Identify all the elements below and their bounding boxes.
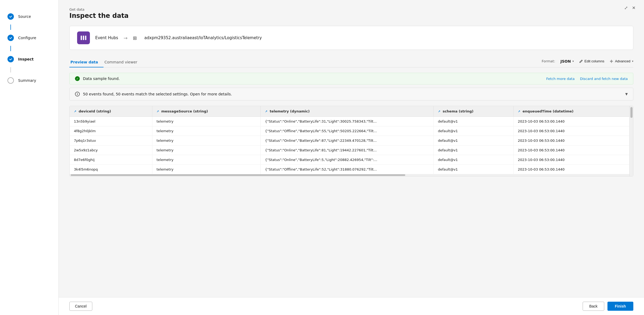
advanced-button[interactable]: Advanced ▾ xyxy=(610,59,633,63)
cell-messageSource-1: telemetry xyxy=(152,126,260,136)
finish-button[interactable]: Finish xyxy=(607,302,633,311)
status-banner: ✓ Data sample found. Fetch more data Dis… xyxy=(69,73,633,84)
col-header-schema[interactable]: ↗ schema (string) xyxy=(434,106,514,117)
cell-schema-1: default@v1 xyxy=(434,126,514,136)
col-label-deviceId: deviceId (string) xyxy=(79,109,111,113)
table-header-row: ↗ deviceId (string) ↗ messageSource (str… xyxy=(70,106,629,117)
main-content: ⤢ ✕ Get data Inspect the data Event Hubs… xyxy=(59,0,644,315)
settings-icon xyxy=(610,59,613,63)
cell-enqueuedTime-1: 2023-10-03 06:53:00.1440 xyxy=(513,126,629,136)
step-circle-summary xyxy=(7,77,14,84)
sidebar-label-summary: Summary xyxy=(18,78,36,83)
cell-enqueuedTime-4: 2023-10-03 06:53:00.1440 xyxy=(513,155,629,165)
sidebar-item-inspect[interactable]: Inspect xyxy=(0,51,58,67)
sort-icon-messageSource: ↗ xyxy=(157,110,159,113)
cell-messageSource-2: telemetry xyxy=(152,136,260,146)
cell-schema-5: default@v1 xyxy=(434,165,514,174)
tabs-right: Format: JSON ▾ Edit columns Adva xyxy=(542,59,633,66)
tab-preview-data[interactable]: Preview data xyxy=(69,57,104,67)
cell-messageSource-0: telemetry xyxy=(152,117,260,126)
connector-2 xyxy=(10,46,11,51)
sidebar-label-configure: Configure xyxy=(18,36,36,40)
data-table-wrapper: ↗ deviceId (string) ↗ messageSource (str… xyxy=(69,106,633,176)
vertical-thumb xyxy=(630,107,633,118)
back-button[interactable]: Back xyxy=(583,302,604,311)
cell-deviceId-5: 3k4l5m6nopq xyxy=(70,165,152,174)
format-label: Format: xyxy=(542,59,555,63)
cell-deviceId-0: 13n5b9yiael xyxy=(70,117,152,126)
cell-enqueuedTime-0: 2023-10-03 06:53:00.1440 xyxy=(513,117,629,126)
sidebar-item-configure[interactable]: Configure xyxy=(0,30,58,46)
cell-messageSource-5: telemetry xyxy=(152,165,260,174)
discard-fetch-link[interactable]: Discard and fetch new data xyxy=(580,77,628,81)
col-header-telemetry[interactable]: ↗ telemetry (dynamic) xyxy=(261,106,434,117)
cell-schema-3: default@v1 xyxy=(434,146,514,155)
sort-icon-enqueuedTime: ↗ xyxy=(518,110,520,113)
table-row[interactable]: 13n5b9yiaeltelemetry{"Status":"Online","… xyxy=(70,117,629,126)
table-row[interactable]: 7p6q1r3stuvtelemetry{"Status":"Online","… xyxy=(70,136,629,146)
close-button[interactable]: ✕ xyxy=(632,5,635,10)
cell-messageSource-3: telemetry xyxy=(152,146,260,155)
format-select[interactable]: JSON ▾ xyxy=(560,59,574,63)
sidebar-item-source[interactable]: Source xyxy=(0,9,58,25)
step-circle-source xyxy=(7,13,14,20)
arrow-separator: → xyxy=(124,35,128,41)
cell-messageSource-4: telemetry xyxy=(152,155,260,165)
connector-3 xyxy=(10,67,11,72)
sidebar: Source Configure Inspect Summary xyxy=(0,0,59,315)
horizontal-scrollbar[interactable] xyxy=(70,174,629,176)
footer-right: Back Finish xyxy=(583,302,633,311)
cell-telemetry-3: {"Status":"Online","BatteryLife":81,"Lig… xyxy=(261,146,434,155)
event-hubs-icon xyxy=(77,31,90,44)
sidebar-label-source: Source xyxy=(18,14,31,19)
svg-point-3 xyxy=(611,60,612,62)
table-row[interactable]: 4f8g2h0jklmtelemetry{"Status":"Offline",… xyxy=(70,126,629,136)
cell-deviceId-2: 7p6q1r3stuv xyxy=(70,136,152,146)
maximize-button[interactable]: ⤢ xyxy=(624,5,628,10)
svg-rect-1 xyxy=(83,36,84,40)
col-header-messageSource[interactable]: ↗ messageSource (string) xyxy=(152,106,260,117)
cell-schema-2: default@v1 xyxy=(434,136,514,146)
status-text: Data sample found. xyxy=(83,76,543,81)
step-circle-configure xyxy=(7,35,14,41)
cell-telemetry-0: {"Status":"Online","BatteryLife":31,"Lig… xyxy=(261,117,434,126)
sort-icon-schema: ↗ xyxy=(438,110,440,113)
cell-enqueuedTime-5: 2023-10-03 06:53:00.1440 xyxy=(513,165,629,174)
step-circle-inspect xyxy=(7,56,14,62)
col-label-messageSource: messageSource (string) xyxy=(161,109,208,113)
col-header-enqueuedTime[interactable]: ↗ enqueuedTime (datetime) xyxy=(513,106,629,117)
col-label-schema: schema (string) xyxy=(443,109,474,113)
table-row[interactable]: 8d7e6f0ghijtelemetry{"Status":"Online","… xyxy=(70,155,629,165)
sort-icon-telemetry: ↗ xyxy=(265,110,267,113)
sidebar-item-summary[interactable]: Summary xyxy=(0,72,58,88)
table-row[interactable]: 2w5x9z1abcytelemetry{"Status":"Online","… xyxy=(70,146,629,155)
sidebar-label-inspect: Inspect xyxy=(18,57,34,61)
footer: Cancel Back Finish xyxy=(59,297,644,315)
table-row[interactable]: 3k4l5m6nopqtelemetry{"Status":"Offline",… xyxy=(70,165,629,174)
grid-icon: ⊞ xyxy=(133,35,137,41)
cell-telemetry-1: {"Status":"Offline","BatteryLife":55,"Li… xyxy=(261,126,434,136)
chevron-down-advanced-icon: ▾ xyxy=(632,60,633,63)
scrollbar-thumb[interactable] xyxy=(71,174,405,176)
col-header-deviceId[interactable]: ↗ deviceId (string) xyxy=(70,106,152,117)
info-icon: i xyxy=(75,92,80,96)
sort-icon-deviceId: ↗ xyxy=(74,110,76,113)
edit-icon xyxy=(579,59,583,63)
vertical-scrollbar[interactable] xyxy=(629,106,633,176)
cancel-button[interactable]: Cancel xyxy=(69,302,92,311)
info-banner[interactable]: i 50 events found, 50 events match the s… xyxy=(69,88,633,100)
window-controls: ⤢ ✕ xyxy=(624,5,635,10)
tab-command-viewer[interactable]: Command viewer xyxy=(104,57,143,67)
info-text: 50 events found, 50 events match the sel… xyxy=(83,92,622,96)
format-value: JSON xyxy=(560,59,571,63)
edit-columns-button[interactable]: Edit columns xyxy=(579,59,604,63)
tabs-bar: Preview data Command viewer Format: JSON… xyxy=(69,57,633,67)
page-title: Inspect the data xyxy=(69,12,633,19)
col-label-telemetry: telemetry (dynamic) xyxy=(270,109,310,113)
cell-deviceId-3: 2w5x9z1abcy xyxy=(70,146,152,155)
svg-rect-2 xyxy=(85,36,86,40)
get-data-label: Get data xyxy=(69,7,633,11)
fetch-more-link[interactable]: Fetch more data xyxy=(546,77,574,81)
cell-telemetry-2: {"Status":"Online","BatteryLife":87,"Lig… xyxy=(261,136,434,146)
connector-1 xyxy=(10,25,11,30)
